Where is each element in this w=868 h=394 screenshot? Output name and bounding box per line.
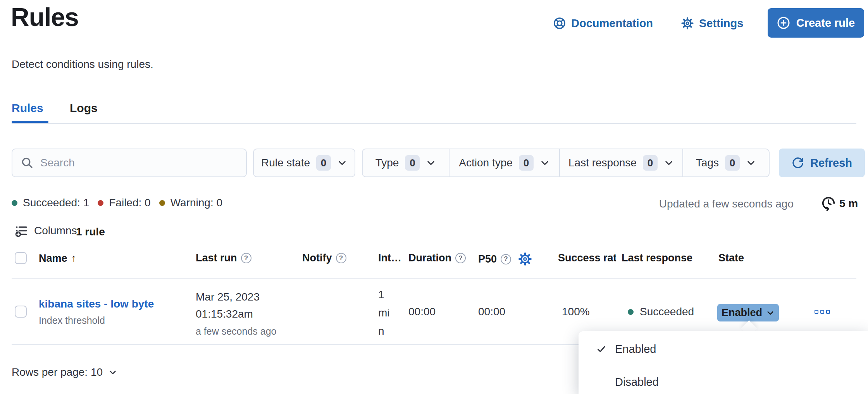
boxes-horizontal-icon xyxy=(820,310,824,314)
filter-rule-state[interactable]: Rule state 0 xyxy=(254,149,355,176)
header-last-run-label: Last run xyxy=(196,252,237,264)
last-run-time: 01:15:32am xyxy=(196,306,276,323)
filter-last-response[interactable]: Last response 0 xyxy=(559,149,682,176)
header-success-rate[interactable]: Success rate xyxy=(558,252,616,264)
page-title: Rules xyxy=(11,2,79,32)
row-checkbox[interactable] xyxy=(15,306,27,318)
time-refresh-icon[interactable] xyxy=(821,195,836,211)
help-icon[interactable]: ? xyxy=(241,253,251,263)
succeeded-label: Succeeded: 1 xyxy=(23,197,89,209)
header-p50-label: P50 xyxy=(478,253,497,265)
last-response-label: Succeeded xyxy=(640,306,694,318)
header-last-response[interactable]: Last response xyxy=(622,252,692,264)
chevron-down-icon xyxy=(540,158,550,168)
last-run-relative: a few seconds ago xyxy=(196,323,276,340)
status-summary: Succeeded: 1 Failed: 0 Warning: 0 xyxy=(12,196,222,210)
help-icon[interactable]: ? xyxy=(501,254,511,264)
header-divider xyxy=(12,278,856,279)
search-input[interactable] xyxy=(40,156,243,169)
header-duration[interactable]: Duration ? xyxy=(408,252,466,264)
succeeded-dot xyxy=(12,200,17,206)
legend-succeeded: Succeeded: 1 xyxy=(12,197,89,209)
popover-option-enabled[interactable]: Enabled xyxy=(579,339,868,359)
chevron-down-icon xyxy=(426,158,436,168)
documentation-label: Documentation xyxy=(571,17,653,30)
header-success-rate-label: Success rate xyxy=(558,252,616,264)
header-last-response-label: Last response xyxy=(622,252,692,264)
header-duration-label: Duration xyxy=(408,252,451,264)
chevron-down-icon xyxy=(746,158,756,168)
search-box[interactable] xyxy=(12,149,247,177)
filter-group-main: Type 0 Action type 0 Last response 0 Tag… xyxy=(362,149,770,177)
settings-label: Settings xyxy=(699,17,743,30)
last-run-date: Mar 25, 2023 xyxy=(196,289,276,306)
auto-refresh-interval[interactable]: 5 m xyxy=(839,197,858,210)
filter-action-type[interactable]: Action type 0 xyxy=(449,149,559,176)
state-popover: Enabled Disabled xyxy=(579,331,868,394)
row-actions-button[interactable] xyxy=(815,310,830,314)
p50-cell: 00:00 xyxy=(478,306,505,318)
filter-type-count: 0 xyxy=(405,155,420,171)
gear-icon xyxy=(681,17,694,29)
header-name[interactable]: Name ↑ xyxy=(39,252,77,264)
legend-warning: Warning: 0 xyxy=(159,197,222,209)
filter-action-type-label: Action type xyxy=(459,157,513,169)
rows-per-page-button[interactable]: Rows per page: 10 xyxy=(12,366,117,378)
help-icon[interactable]: ? xyxy=(336,253,346,263)
filter-group-rule-state: Rule state 0 xyxy=(253,149,355,177)
filter-tags-count: 0 xyxy=(725,155,740,171)
popover-option-disabled-label: Disabled xyxy=(615,376,659,389)
popover-option-enabled-label: Enabled xyxy=(615,343,656,356)
filter-action-type-count: 0 xyxy=(519,155,534,171)
tab-rules[interactable]: Rules xyxy=(12,102,43,115)
header-interval[interactable]: Int… xyxy=(378,252,401,264)
settings-button[interactable]: Settings xyxy=(681,14,743,33)
refresh-button[interactable]: Refresh xyxy=(779,149,865,177)
row-divider xyxy=(12,344,579,345)
rule-name-link[interactable]: kibana sites - low byte xyxy=(39,298,155,310)
check-icon xyxy=(596,343,607,355)
columns-label: Columns xyxy=(34,225,77,237)
check-slot-empty xyxy=(596,376,607,388)
state-dropdown-badge[interactable]: Enabled xyxy=(717,304,779,321)
filter-rule-state-label: Rule state xyxy=(261,157,310,169)
succeeded-status-dot xyxy=(628,309,634,315)
header-p50[interactable]: P50 ? xyxy=(478,252,532,266)
header-interval-label: Int… xyxy=(378,252,401,264)
sort-ascending-icon: ↑ xyxy=(71,252,77,264)
chevron-down-icon xyxy=(766,309,775,317)
popover-option-disabled[interactable]: Disabled xyxy=(579,372,868,392)
filter-tags[interactable]: Tags 0 xyxy=(682,149,769,176)
rule-count: 1 rule xyxy=(76,226,105,238)
legend-failed: Failed: 0 xyxy=(98,197,150,209)
tab-logs[interactable]: Logs xyxy=(70,102,98,115)
help-ring-icon xyxy=(553,17,566,29)
chevron-down-icon xyxy=(664,158,674,168)
filter-rule-state-count: 0 xyxy=(316,155,331,171)
select-all-checkbox[interactable] xyxy=(15,252,27,264)
columns-button[interactable]: Columns xyxy=(15,224,77,237)
filter-last-response-count: 0 xyxy=(643,155,658,171)
warning-label: Warning: 0 xyxy=(170,197,222,209)
plus-circle-icon xyxy=(777,16,790,29)
documentation-button[interactable]: Documentation xyxy=(553,14,653,33)
header-name-label: Name xyxy=(39,252,67,264)
interval-cell: 1 min xyxy=(378,285,394,340)
tabs-divider xyxy=(12,123,856,124)
success-rate-cell: 100% xyxy=(562,306,590,318)
header-notify-label: Notify xyxy=(302,252,332,264)
header-last-run[interactable]: Last run ? xyxy=(196,252,251,264)
percentile-settings-gear-icon[interactable] xyxy=(518,252,532,266)
header-state[interactable]: State xyxy=(718,252,744,264)
failed-label: Failed: 0 xyxy=(109,197,150,209)
column-options-icon xyxy=(15,224,28,237)
boxes-horizontal-icon xyxy=(826,310,830,314)
rule-type-label: Index threshold xyxy=(39,315,105,326)
refresh-label: Refresh xyxy=(810,157,852,169)
header-notify[interactable]: Notify ? xyxy=(302,252,346,264)
create-rule-button[interactable]: Create rule xyxy=(768,8,864,38)
create-rule-label: Create rule xyxy=(796,17,855,29)
help-icon[interactable]: ? xyxy=(455,253,466,263)
filter-tags-label: Tags xyxy=(696,157,719,169)
filter-type[interactable]: Type 0 xyxy=(363,149,449,176)
